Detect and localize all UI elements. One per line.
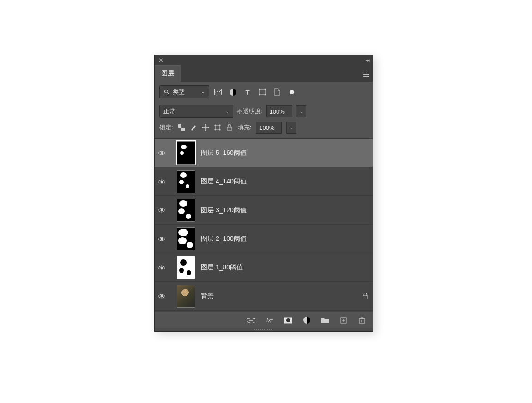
layer-name[interactable]: 图层 5_160阈值 <box>201 149 368 157</box>
chevron-down-icon: ⌄ <box>225 109 229 114</box>
layer-thumbnail[interactable] <box>177 199 195 222</box>
filter-icons: T <box>214 88 294 96</box>
collapse-icon[interactable]: ◂◂ <box>365 57 369 63</box>
filter-kind-label: 类型 <box>173 88 185 96</box>
tab-layers[interactable]: 图层 <box>155 65 181 82</box>
visibility-toggle[interactable] <box>157 179 171 184</box>
svg-rect-10 <box>181 124 185 128</box>
svg-rect-14 <box>215 125 220 130</box>
svg-point-24 <box>161 152 163 154</box>
layer-fx-icon[interactable]: fx▾ <box>266 316 274 324</box>
panel-tabs: 图层 <box>155 65 373 82</box>
svg-point-29 <box>161 295 163 297</box>
lock-artboard-icon[interactable] <box>214 124 221 131</box>
svg-point-28 <box>161 266 163 269</box>
svg-point-0 <box>164 90 168 93</box>
layer-list: 图层 5_160阈值图层 4_140阈值图层 3_120阈值图层 2_100阈值… <box>155 138 373 312</box>
layer-row[interactable]: 背景 <box>155 282 373 311</box>
filter-kind-dropdown[interactable]: 类型 ⌄ <box>159 85 209 98</box>
adjustment-layer-icon[interactable] <box>302 316 311 324</box>
svg-point-5 <box>265 89 266 90</box>
layer-mask-icon[interactable] <box>284 316 292 324</box>
svg-rect-11 <box>178 128 181 131</box>
svg-rect-3 <box>260 89 265 95</box>
layer-row[interactable]: 图层 4_140阈值 <box>155 167 373 196</box>
resize-grip[interactable] <box>155 328 373 331</box>
svg-point-6 <box>259 94 260 96</box>
svg-point-26 <box>161 209 163 211</box>
svg-point-32 <box>286 318 290 322</box>
tab-spacer <box>181 65 359 82</box>
svg-rect-23 <box>227 127 232 130</box>
layers-panel: ✕ ◂◂ 图层 类型 ⌄ T <box>154 55 373 332</box>
visibility-toggle[interactable] <box>157 208 171 213</box>
panel-header: ✕ ◂◂ <box>155 55 373 65</box>
fill-label: 填充: <box>238 123 252 132</box>
layer-thumbnail[interactable] <box>177 256 195 279</box>
lock-all-icon[interactable] <box>226 124 233 131</box>
layer-name[interactable]: 图层 2_100阈值 <box>201 235 368 243</box>
blend-row: 正常 ⌄ 不透明度: 100% ⌄ <box>155 102 373 119</box>
close-icon[interactable]: ✕ <box>158 57 163 64</box>
layer-row[interactable]: 图层 3_120阈值 <box>155 196 373 225</box>
layer-group-icon[interactable] <box>321 316 329 324</box>
filter-shape-icon[interactable] <box>258 88 266 96</box>
lock-transparency-icon[interactable] <box>178 124 185 131</box>
panel-menu-button[interactable] <box>359 65 373 82</box>
layer-row[interactable]: 图层 1_80阈值 <box>155 253 373 282</box>
svg-point-4 <box>259 89 260 90</box>
layer-thumbnail[interactable] <box>177 285 195 308</box>
new-layer-icon[interactable] <box>339 316 348 324</box>
layer-row[interactable]: 图层 2_100阈值 <box>155 225 373 253</box>
svg-rect-9 <box>181 128 185 131</box>
filter-type-icon[interactable]: T <box>243 88 252 96</box>
layer-name[interactable]: 图层 3_120阈值 <box>201 206 368 214</box>
svg-point-25 <box>161 180 163 183</box>
visibility-toggle[interactable] <box>157 150 171 156</box>
svg-line-1 <box>168 93 169 95</box>
filter-toggle[interactable] <box>290 90 294 94</box>
layer-thumbnail[interactable] <box>177 170 195 193</box>
blend-mode-label: 正常 <box>163 107 175 116</box>
layer-row[interactable]: 图层 5_160阈值 <box>155 139 373 167</box>
blend-mode-dropdown[interactable]: 正常 ⌄ <box>159 105 233 118</box>
svg-rect-36 <box>360 318 364 324</box>
fill-stepper[interactable]: ⌄ <box>286 122 296 134</box>
filter-smartobject-icon[interactable] <box>273 88 281 96</box>
link-layers-icon[interactable] <box>247 316 255 324</box>
fill-value[interactable]: 100% <box>256 122 282 134</box>
visibility-toggle[interactable] <box>157 236 171 242</box>
visibility-toggle[interactable] <box>157 293 171 299</box>
opacity-value[interactable]: 100% <box>266 105 292 117</box>
opacity-stepper[interactable]: ⌄ <box>296 105 306 117</box>
hamburger-icon <box>363 71 369 77</box>
panel-footer: fx▾ <box>155 312 373 328</box>
lock-label: 锁定: <box>159 123 173 132</box>
layer-name[interactable]: 图层 4_140阈值 <box>201 177 368 186</box>
lock-position-icon[interactable] <box>202 124 209 131</box>
delete-layer-icon[interactable] <box>358 316 366 324</box>
svg-rect-8 <box>178 124 181 128</box>
filter-pixel-icon[interactable] <box>214 88 222 96</box>
svg-rect-30 <box>363 296 368 299</box>
layer-thumbnail[interactable] <box>177 227 195 250</box>
lock-icon <box>363 293 368 299</box>
visibility-toggle[interactable] <box>157 265 171 270</box>
lock-row: 锁定: 填充: 100% ⌄ <box>155 119 373 138</box>
filter-row: 类型 ⌄ T <box>155 82 373 102</box>
layer-name[interactable]: 背景 <box>201 292 357 300</box>
opacity-label: 不透明度: <box>237 107 263 116</box>
layer-name[interactable]: 图层 1_80阈值 <box>201 263 368 272</box>
chevron-down-icon: ⌄ <box>201 90 205 94</box>
svg-point-7 <box>265 94 266 96</box>
filter-adjustment-icon[interactable] <box>229 88 237 96</box>
search-icon <box>163 89 170 95</box>
lock-pixels-icon[interactable] <box>190 124 197 131</box>
svg-point-27 <box>161 238 163 240</box>
layer-thumbnail[interactable] <box>177 141 195 165</box>
